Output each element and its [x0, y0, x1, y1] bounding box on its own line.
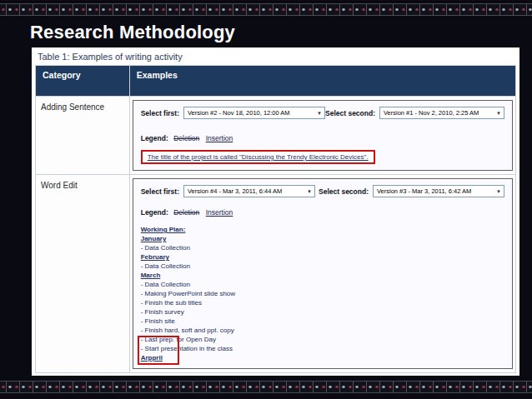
version-select-row: Select first: Version #4 - Mar 3, 2011, … — [141, 185, 504, 197]
annotation-box-word-edit — [138, 336, 179, 365]
category-cell-word-edit: Word Edit — [36, 175, 130, 373]
column-header-examples: Examples — [129, 66, 515, 97]
plan-line: - Finish hard, soft and ppt. copy — [141, 326, 504, 335]
plan-line: - Last prep. for Open Day — [141, 335, 504, 344]
select-second-label: Select second: — [319, 187, 369, 196]
plan-line: - Data Collection — [141, 243, 504, 252]
legend-label: Legend: — [141, 208, 168, 217]
plan-line: Working Plan: — [141, 225, 504, 234]
decorative-border-bottom — [0, 381, 532, 393]
table-row: Adding Sentence Select first: Version #2… — [36, 97, 516, 175]
legend-label: Legend: — [141, 134, 168, 142]
plan-line: - Making PowerPoint slide show — [141, 289, 504, 298]
example-cell-adding-sentence: Select first: Version #2 - Nov 18, 2010,… — [129, 97, 515, 175]
page-title: Research Methodology — [30, 22, 235, 43]
version-select-row: Select first: Version #2 - Nov 18, 2010,… — [141, 107, 504, 119]
screenshot-version-compare-2: Select first: Version #4 - Mar 3, 2011, … — [133, 178, 513, 369]
plan-line: - Finish site — [141, 317, 504, 326]
select-first-group: Select first: Version #2 - Nov 18, 2010,… — [141, 107, 325, 119]
select-second-group: Select second: Version #1 - Nov 2, 2010,… — [325, 107, 504, 119]
plan-line-edited: Arppril — [141, 353, 504, 362]
select-first-label: Select first: — [141, 187, 179, 196]
select-second-group: Select second: Version #3 - Mar 3, 2011,… — [319, 185, 504, 197]
select-second-label: Select second: — [325, 109, 375, 117]
plan-line: March — [141, 271, 504, 280]
select-first-group: Select first: Version #4 - Mar 3, 2011, … — [141, 185, 315, 197]
select-first-dropdown[interactable]: Version #4 - Mar 3, 2011, 6:44 AM ▼ — [183, 185, 315, 197]
working-plan: Working Plan: January - Data Collection … — [141, 225, 504, 362]
screenshot-version-compare-1: Select first: Version #2 - Nov 18, 2010,… — [133, 100, 513, 171]
select-first-value: Version #2 - Nov 18, 2010, 12:00 AM — [188, 109, 290, 117]
plan-line: January — [141, 234, 504, 243]
plan-line: - Data Collection — [141, 280, 504, 289]
select-first-label: Select first: — [141, 109, 179, 117]
annotation-box-added-sentence: The title of the project is called "Disc… — [141, 150, 375, 164]
legend-insertion: Insertion — [206, 134, 233, 142]
plan-line: - Finish the sub titles — [141, 298, 504, 307]
table-row: Word Edit Select first: Version #4 - Mar… — [36, 175, 516, 373]
content-panel: Table 1: Examples of writing activity Ca… — [32, 47, 519, 376]
plan-line: - Data Collection — [141, 262, 504, 271]
select-first-value: Version #4 - Mar 3, 2011, 6:44 AM — [188, 187, 282, 195]
column-header-category: Category — [36, 66, 130, 97]
legend-insertion: Insertion — [206, 208, 233, 217]
plan-line: - Start presentation in the class — [141, 344, 504, 353]
select-second-dropdown[interactable]: Version #3 - Mar 3, 2011, 6:42 AM ▼ — [373, 185, 504, 197]
select-first-dropdown[interactable]: Version #2 - Nov 18, 2010, 12:00 AM ▼ — [183, 107, 325, 119]
table-caption: Table 1: Examples of writing activity — [32, 47, 519, 65]
category-cell-adding-sentence: Adding Sentence — [36, 97, 130, 175]
legend-row: Legend: Deletion Insertion — [141, 134, 504, 142]
select-second-dropdown[interactable]: Version #1 - Nov 2, 2010, 2:25 AM ▼ — [379, 107, 504, 119]
legend-row: Legend: Deletion Insertion — [141, 208, 504, 217]
chevron-down-icon: ▼ — [496, 189, 501, 194]
legend-deletion: Deletion — [173, 134, 199, 142]
example-cell-word-edit: Select first: Version #4 - Mar 3, 2011, … — [129, 175, 515, 373]
decorative-border-top — [0, 3, 532, 16]
plan-line: - Finish survey — [141, 307, 504, 317]
select-second-value: Version #1 - Nov 2, 2010, 2:25 AM — [384, 109, 479, 117]
select-second-value: Version #3 - Mar 3, 2011, 6:42 AM — [377, 187, 471, 195]
plan-line: February — [141, 252, 504, 262]
chevron-down-icon: ▼ — [307, 189, 312, 194]
examples-table: Category Examples Adding Sentence Select… — [35, 65, 516, 373]
chevron-down-icon: ▼ — [317, 111, 322, 116]
table-header-row: Category Examples — [36, 66, 516, 97]
chevron-down-icon: ▼ — [496, 111, 501, 116]
legend-deletion: Deletion — [173, 208, 199, 217]
